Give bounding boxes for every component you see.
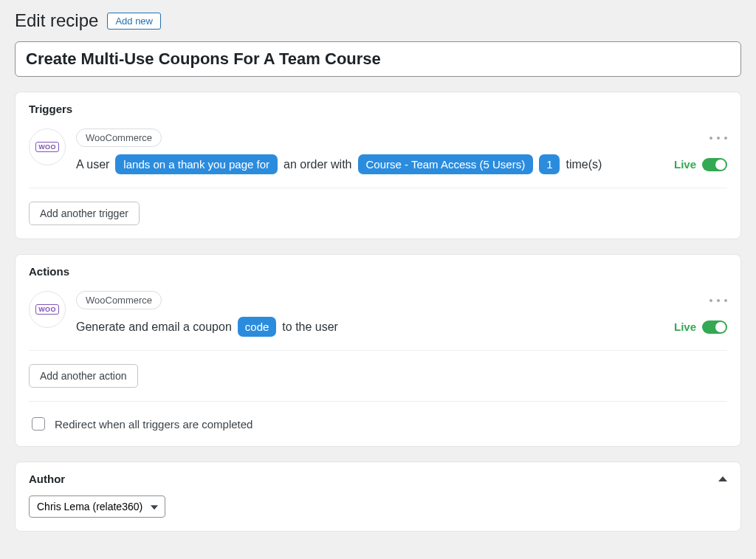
divider bbox=[29, 188, 727, 188]
action-status-toggle[interactable] bbox=[702, 320, 727, 334]
page-title: Edit recipe bbox=[15, 10, 98, 31]
trigger-more-menu[interactable] bbox=[709, 137, 727, 140]
woo-badge: WOO bbox=[35, 304, 58, 315]
action-token-code[interactable]: code bbox=[238, 317, 277, 337]
redirect-label: Redirect when all triggers are completed bbox=[55, 418, 252, 431]
triggers-heading: Triggers bbox=[29, 103, 727, 115]
author-heading: Author bbox=[29, 473, 65, 485]
trigger-token-event[interactable]: lands on a thank you page for bbox=[115, 154, 278, 174]
actions-panel: Actions WOO WooCommerce Generate and ema… bbox=[15, 254, 741, 447]
action-sentence: Generate and email a coupon code to the … bbox=[76, 317, 727, 337]
triggers-panel: Triggers WOO WooCommerce A user lands on… bbox=[15, 92, 741, 239]
trigger-token-count[interactable]: 1 bbox=[539, 154, 560, 174]
trigger-text: A user bbox=[76, 158, 109, 171]
action-text: Generate and email a coupon bbox=[76, 320, 232, 334]
redirect-option: Redirect when all triggers are completed bbox=[29, 415, 727, 433]
action-status-label: Live bbox=[674, 320, 696, 333]
woocommerce-icon: WOO bbox=[29, 291, 66, 328]
trigger-status-toggle[interactable] bbox=[702, 158, 727, 171]
author-panel: Author Chris Lema (relate360) bbox=[15, 462, 741, 532]
add-new-button[interactable]: Add new bbox=[107, 13, 161, 30]
woo-badge: WOO bbox=[35, 142, 58, 152]
trigger-sentence: A user lands on a thank you page for an … bbox=[76, 154, 727, 174]
trigger-token-product[interactable]: Course - Team Access (5 Users) bbox=[358, 154, 534, 174]
integration-chip: WooCommerce bbox=[76, 291, 162, 309]
add-trigger-button[interactable]: Add another trigger bbox=[29, 202, 140, 225]
action-more-menu[interactable] bbox=[709, 299, 727, 302]
redirect-checkbox[interactable] bbox=[32, 417, 45, 431]
trigger-status-label: Live bbox=[674, 158, 696, 171]
actions-heading: Actions bbox=[29, 265, 727, 278]
woocommerce-icon: WOO bbox=[29, 128, 66, 165]
divider bbox=[29, 401, 727, 402]
divider bbox=[29, 350, 727, 351]
trigger-text: an order with bbox=[284, 158, 352, 171]
recipe-title-input[interactable] bbox=[15, 41, 741, 77]
integration-chip: WooCommerce bbox=[76, 128, 162, 147]
trigger-text: time(s) bbox=[566, 158, 602, 171]
action-item[interactable]: WOO WooCommerce Generate and email a cou… bbox=[29, 291, 727, 337]
add-action-button[interactable]: Add another action bbox=[29, 364, 138, 388]
collapse-icon[interactable] bbox=[718, 476, 727, 481]
author-select[interactable]: Chris Lema (relate360) bbox=[29, 495, 165, 518]
trigger-item[interactable]: WOO WooCommerce A user lands on a thank … bbox=[29, 128, 727, 174]
action-text: to the user bbox=[282, 320, 338, 334]
